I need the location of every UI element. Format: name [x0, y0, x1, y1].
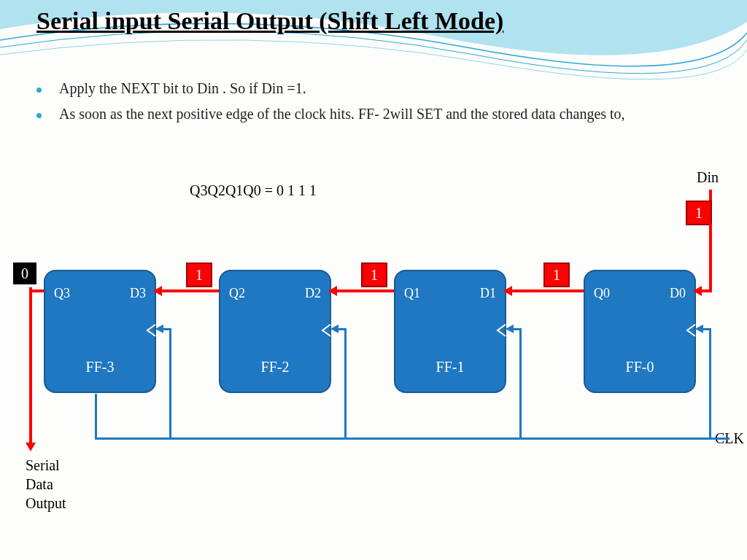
wire-value-box: 1 — [361, 262, 387, 287]
data-wire — [511, 289, 584, 292]
wire-value-box: 1 — [543, 262, 570, 287]
clock-triangle-icon — [146, 324, 156, 337]
clk-wire — [95, 394, 97, 440]
clk-wire — [519, 328, 522, 438]
clk-wire — [514, 328, 521, 330]
bullet-list: Apply the NEXT bit to Din . So if Din =1… — [36, 80, 693, 131]
bullet-text: As soon as the next positive edge of the… — [59, 106, 625, 122]
ff-name: FF-0 — [585, 359, 694, 376]
d-label: D3 — [130, 286, 146, 301]
clk-wire — [163, 328, 171, 330]
ff-name: FF-1 — [395, 359, 505, 376]
clk-wire — [338, 328, 346, 330]
flipflop-2: Q2 D2 FF-2 — [219, 270, 331, 393]
bullet-item: As soon as the next positive edge of the… — [36, 106, 693, 122]
din-wire — [709, 190, 712, 201]
clock-triangle-icon — [321, 324, 331, 337]
bullet-item: Apply the NEXT bit to Din . So if Din =1… — [36, 80, 693, 97]
arrow-left-icon — [155, 324, 163, 333]
clk-wire — [169, 328, 171, 438]
q-label: Q0 — [594, 286, 610, 301]
flipflop-0: Q0 D0 FF-0 — [584, 270, 696, 393]
d-label: D2 — [305, 286, 321, 301]
bullet-dot-icon — [36, 88, 42, 93]
din-wire — [700, 289, 712, 292]
ff-name: FF-2 — [220, 359, 330, 376]
wire-value-box: 1 — [186, 262, 212, 287]
clock-triangle-icon — [496, 324, 506, 337]
bullet-dot-icon — [36, 113, 42, 118]
clk-wire — [344, 328, 347, 438]
q-label: Q1 — [404, 286, 420, 301]
output-value-box: 0 — [13, 262, 36, 284]
arrow-left-icon — [330, 324, 338, 333]
arrow-left-icon — [695, 324, 703, 333]
serial-output-label: Serial Data Output — [26, 456, 66, 513]
q-label: Q3 — [54, 286, 70, 301]
arrow-left-icon — [503, 286, 512, 296]
data-wire — [336, 289, 394, 292]
din-label: Din — [697, 169, 719, 186]
arrow-left-icon — [506, 324, 514, 333]
q-label: Q2 — [229, 286, 245, 301]
slide-title: Serial input Serial Output (Shift Left M… — [36, 7, 503, 35]
arrow-down-icon — [26, 443, 36, 451]
clk-bus — [95, 438, 729, 440]
flipflop-1: Q1 D1 FF-1 — [394, 270, 506, 393]
bullet-text: Apply the NEXT bit to Din . So if Din =1… — [59, 80, 306, 97]
d-label: D0 — [670, 286, 686, 301]
din-value-box: 1 — [686, 201, 712, 225]
arrow-left-icon — [153, 286, 162, 296]
ff-name: FF-3 — [45, 359, 155, 376]
output-wire — [29, 287, 32, 444]
data-wire — [160, 289, 219, 292]
clock-triangle-icon — [686, 324, 696, 337]
d-label: D1 — [480, 286, 496, 301]
arrow-left-icon — [693, 286, 702, 296]
clk-wire — [703, 328, 711, 330]
state-equation: Q3Q2Q1Q0 = 0 1 1 1 — [190, 182, 317, 199]
clk-wire — [709, 328, 711, 438]
flipflop-3: Q3 D3 FF-3 — [44, 270, 156, 393]
arrow-left-icon — [328, 286, 337, 296]
din-wire — [709, 224, 712, 291]
